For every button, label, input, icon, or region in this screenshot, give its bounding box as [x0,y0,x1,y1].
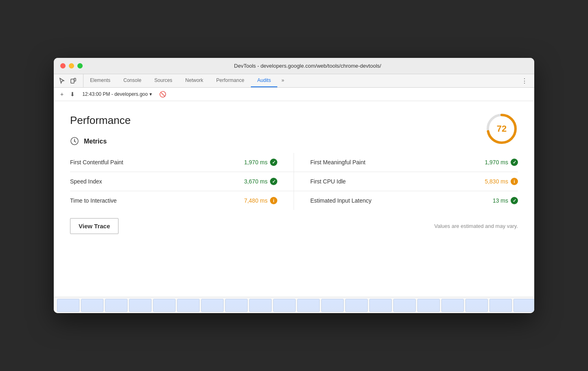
film-frame[interactable] [345,299,368,312]
status-check-icon: ✓ [270,159,277,166]
metrics-clock-icon [70,137,80,146]
tab-network[interactable]: Network [179,74,210,87]
close-button[interactable] [60,63,66,68]
no-entry-icon: 🚫 [159,91,166,97]
film-frame[interactable] [201,299,224,312]
svg-rect-1 [74,78,76,81]
status-info-icon: i [270,197,277,204]
metric-name: First CPU Idle [310,178,346,185]
tab-console[interactable]: Console [117,74,148,87]
metrics-header: Metrics [70,137,518,146]
filmstrip-inner [54,297,534,314]
tab-bar: Elements Console Sources Network Perform… [54,74,534,88]
metrics-title: Metrics [84,138,107,145]
metric-name: Speed Index [70,178,102,185]
devtools-window: DevTools - developers.google.com/web/too… [54,58,534,313]
status-check-icon: ✓ [511,197,518,204]
disclaimer-text: Values are estimated and may vary. [434,223,518,229]
menu-dots-button[interactable]: ⋮ [518,74,531,87]
film-frame[interactable] [225,299,248,312]
tab-audits[interactable]: Audits [251,74,277,87]
metric-value: 13 ms [493,197,508,204]
cursor-icon [59,77,65,84]
filmstrip [54,297,534,313]
toolbar-icons [57,74,83,87]
film-frame[interactable] [369,299,392,312]
minimize-button[interactable] [69,63,74,68]
metrics-grid: First Contentful Paint 1,970 ms ✓ First … [70,153,518,210]
film-frame[interactable] [465,299,488,312]
metric-value-group: 3,670 ms ✓ [244,178,277,185]
score-circle-container: 72 [485,113,518,145]
metric-value: 3,670 ms [244,178,268,185]
metric-value-group: 7,480 ms i [244,197,277,204]
status-info-icon: i [511,178,518,185]
maximize-button[interactable] [77,63,83,68]
metric-value: 5,830 ms [485,178,508,185]
film-frame[interactable] [153,299,176,312]
view-trace-section: View Trace Values are estimated and may … [70,218,518,234]
film-frame[interactable] [129,299,151,312]
film-frame[interactable] [105,299,127,312]
tab-sources[interactable]: Sources [148,74,179,87]
metric-value: 7,480 ms [244,197,268,204]
cursor-icon-button[interactable] [57,76,67,86]
metric-value-group: 5,830 ms i [485,178,518,185]
add-audit-button[interactable]: + [59,90,65,98]
metric-first-contentful-paint: First Contentful Paint 1,970 ms ✓ [70,153,294,172]
sub-toolbar: + ⬇ 12:43:00 PM - developers.goo ▾ 🚫 [54,88,534,101]
film-frame[interactable] [441,299,464,312]
audit-time-label: 12:43:00 PM - developers.goo [82,91,148,97]
tab-elements[interactable]: Elements [83,74,117,87]
film-frame[interactable] [513,299,534,312]
metric-value-group: 1,970 ms ✓ [485,159,518,166]
plus-icon: + [60,91,64,97]
film-frame[interactable] [489,299,512,312]
film-frame[interactable] [177,299,200,312]
score-circle: 72 [485,113,518,145]
window-controls [60,63,83,68]
film-frame[interactable] [81,299,103,312]
device-toggle-button[interactable] [68,76,78,86]
metric-time-to-interactive: Time to Interactive 7,480 ms i [70,191,294,210]
film-frame[interactable] [273,299,296,312]
metric-name: Estimated Input Latency [310,197,371,204]
view-trace-button[interactable]: View Trace [70,218,118,234]
download-button[interactable]: ⬇ [68,90,77,98]
metric-value-group: 1,970 ms ✓ [244,159,277,166]
audit-dropdown[interactable]: 12:43:00 PM - developers.goo ▾ [80,91,154,98]
film-frame[interactable] [393,299,416,312]
metric-first-cpu-idle: First CPU Idle 5,830 ms i [294,172,518,191]
no-entry-button[interactable]: 🚫 [158,90,168,98]
clock-icon [70,137,79,146]
film-frame[interactable] [57,299,79,312]
metric-value-group: 13 ms ✓ [493,197,518,204]
title-bar: DevTools - developers.google.com/web/too… [54,58,534,74]
metric-name: First Meaningful Paint [310,159,365,166]
window-title: DevTools - developers.google.com/web/too… [88,63,528,69]
main-content: 72 Performance Metrics First Contentful … [54,101,534,297]
tab-performance[interactable]: Performance [210,74,251,87]
svg-point-5 [74,141,75,142]
performance-title: Performance [70,114,518,127]
film-frame[interactable] [321,299,344,312]
metric-first-meaningful-paint: First Meaningful Paint 1,970 ms ✓ [294,153,518,172]
device-icon [70,77,77,84]
download-icon: ⬇ [70,91,75,97]
metric-value: 1,970 ms [244,159,268,166]
metric-speed-index: Speed Index 3,670 ms ✓ [70,172,294,191]
status-check-icon: ✓ [270,178,277,185]
film-frame[interactable] [297,299,320,312]
film-frame[interactable] [249,299,272,312]
status-check-icon: ✓ [511,159,518,166]
svg-rect-0 [71,79,74,83]
dropdown-arrow-icon: ▾ [149,91,152,97]
film-frame[interactable] [417,299,440,312]
metric-name: First Contentful Paint [70,159,123,166]
metric-name: Time to Interactive [70,197,117,204]
metric-estimated-input-latency: Estimated Input Latency 13 ms ✓ [294,191,518,210]
metric-value: 1,970 ms [485,159,508,166]
more-tabs-button[interactable]: » [277,74,288,87]
score-number: 72 [497,124,507,134]
